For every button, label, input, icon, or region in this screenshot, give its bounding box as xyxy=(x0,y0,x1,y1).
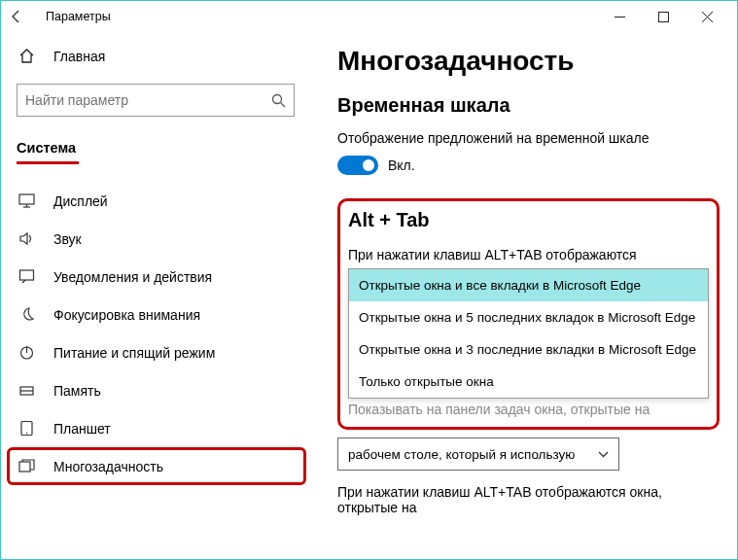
search-input[interactable] xyxy=(17,84,295,117)
nav-item-power[interactable]: Питание и спящий режим xyxy=(1,333,312,371)
svg-point-13 xyxy=(26,433,27,434)
maximize-button[interactable] xyxy=(642,2,685,31)
nav-label: Планшет xyxy=(53,421,111,437)
alttab-dropdown-label: При нажатии клавиш ALT+TAB отображаются xyxy=(348,247,709,262)
window-controls xyxy=(598,2,729,31)
power-icon xyxy=(18,344,36,361)
select-value: рабочем столе, который я использую xyxy=(348,447,575,462)
nav-label: Дисплей xyxy=(53,193,108,209)
close-button[interactable] xyxy=(685,2,729,31)
home-icon xyxy=(18,48,36,64)
window-title: Параметры xyxy=(46,10,111,23)
taskbar-windows-label: Показывать на панели задач окна, открыты… xyxy=(348,402,709,417)
titlebar: Параметры xyxy=(1,1,737,32)
alttab-dropdown[interactable]: Открытые окна и все вкладки в Microsoft … xyxy=(348,268,709,399)
multitasking-icon xyxy=(18,458,36,474)
nav-list: Дисплей Звук Уведомления и действия Фоку… xyxy=(1,182,312,485)
section-underline-annotation xyxy=(17,161,79,164)
nav-label: Фокусировка внимания xyxy=(53,307,200,323)
dropdown-option[interactable]: Открытые окна и 5 последних вкладок в Mi… xyxy=(349,301,708,333)
minimize-button[interactable] xyxy=(598,2,642,31)
svg-rect-1 xyxy=(659,12,669,21)
page-title: Многозадачность xyxy=(337,46,720,77)
nav-item-multitasking[interactable]: Многозадачность xyxy=(7,447,306,485)
back-button[interactable] xyxy=(9,9,42,24)
nav-label: Память xyxy=(53,383,101,399)
dropdown-option[interactable]: Открытые окна и все вкладки в Microsoft … xyxy=(349,269,708,301)
timeline-toggle-label: Вкл. xyxy=(388,158,415,173)
alttab-highlight-annotation: Alt + Tab При нажатии клавиш ALT+TAB ото… xyxy=(337,198,720,430)
alttab-windows-label: При нажатии клавиш ALT+TAB отображаются … xyxy=(337,484,720,515)
nav-label: Звук xyxy=(53,231,82,247)
chevron-down-icon xyxy=(598,451,609,458)
home-label: Главная xyxy=(53,49,105,64)
nav-label: Уведомления и действия xyxy=(53,269,212,285)
nav-item-notifications[interactable]: Уведомления и действия xyxy=(1,258,312,296)
nav-item-sound[interactable]: Звук xyxy=(1,220,312,258)
svg-rect-4 xyxy=(19,194,34,204)
nav-item-storage[interactable]: Память xyxy=(1,371,312,409)
section-label: Система xyxy=(1,121,312,159)
sidebar: Главная Система Дисплей Звук xyxy=(1,32,312,559)
tablet-icon xyxy=(18,420,36,437)
dropdown-option[interactable]: Открытые окна и 3 последние вкладки в Mi… xyxy=(349,333,708,366)
storage-icon xyxy=(18,382,36,399)
svg-rect-14 xyxy=(19,462,30,472)
svg-point-2 xyxy=(273,94,282,103)
nav-label: Питание и спящий режим xyxy=(53,345,215,361)
moon-icon xyxy=(18,306,36,323)
message-icon xyxy=(18,268,36,285)
home-nav[interactable]: Главная xyxy=(1,40,312,72)
timeline-setting-label: Отображение предложений на временной шка… xyxy=(337,130,720,146)
nav-item-display[interactable]: Дисплей xyxy=(1,182,312,220)
dropdown-option[interactable]: Только открытые окна xyxy=(349,366,708,398)
svg-line-3 xyxy=(281,102,286,107)
nav-label: Многозадачность xyxy=(53,459,163,474)
timeline-toggle-row: Вкл. xyxy=(337,156,720,175)
svg-rect-7 xyxy=(20,270,34,280)
search-icon xyxy=(271,93,286,108)
desktop-select[interactable]: рабочем столе, который я использую xyxy=(337,438,619,471)
alttab-section-title: Alt + Tab xyxy=(348,209,709,231)
speaker-icon xyxy=(18,230,36,247)
timeline-toggle[interactable] xyxy=(337,156,378,175)
monitor-icon xyxy=(18,192,36,209)
timeline-section-title: Временная шкала xyxy=(337,94,720,117)
search-field[interactable] xyxy=(25,92,271,108)
nav-item-focus[interactable]: Фокусировка внимания xyxy=(1,296,312,333)
main-content: Многозадачность Временная шкала Отображе… xyxy=(312,32,737,559)
nav-item-tablet[interactable]: Планшет xyxy=(1,409,312,447)
